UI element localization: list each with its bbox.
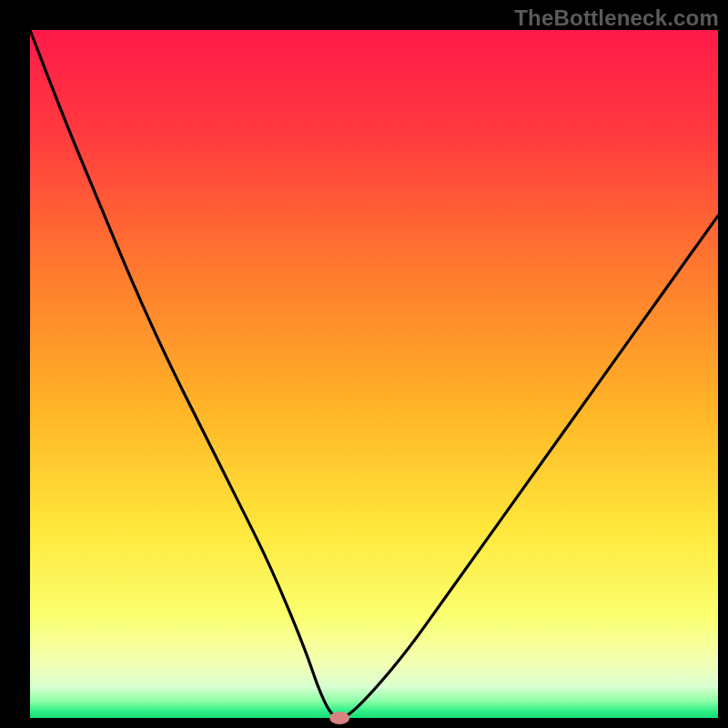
bottleneck-chart: TheBottleneck.com <box>0 0 728 728</box>
chart-gradient-background <box>30 30 718 718</box>
chart-canvas <box>0 0 728 728</box>
watermark-text: TheBottleneck.com <box>514 5 719 31</box>
optimal-point-marker <box>329 712 349 724</box>
